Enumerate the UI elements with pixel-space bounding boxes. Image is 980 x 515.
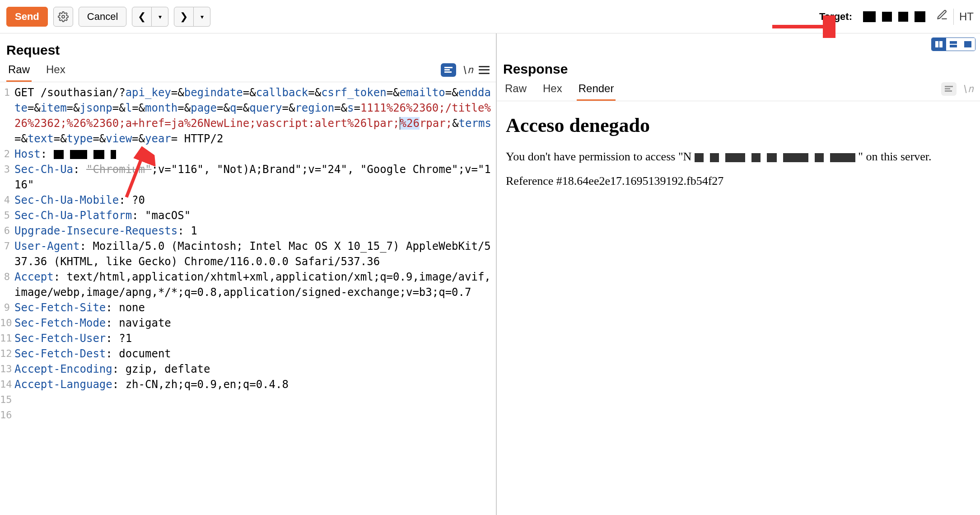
- layout-single-icon[interactable]: [961, 38, 975, 51]
- line-number: 9: [0, 300, 14, 315]
- tab-response-hex[interactable]: Hex: [541, 80, 564, 101]
- svg-rect-2: [444, 67, 453, 68]
- request-line-3[interactable]: Sec-Ch-Ua: "Chromium";v="116", "Not)A;Br…: [14, 162, 496, 192]
- gear-icon: [58, 11, 69, 22]
- tab-response-raw[interactable]: Raw: [503, 80, 528, 101]
- response-url-redacted: [695, 153, 855, 162]
- line-number: 1: [0, 85, 14, 146]
- show-newlines-toggle[interactable]: \n: [462, 64, 474, 75]
- line-number: 15: [0, 392, 14, 407]
- line-number: 7: [0, 239, 14, 269]
- protocol-label: HT: [959, 10, 974, 23]
- history-forward-button[interactable]: ❯: [174, 7, 194, 27]
- request-pane: Request Raw Hex \n 1 GET /southasian/?ap…: [0, 33, 497, 515]
- target-host-redacted: [863, 11, 925, 22]
- request-line-8[interactable]: Accept: text/html,application/xhtml+xml,…: [14, 269, 496, 300]
- request-line-14[interactable]: Accept-Language: zh-CN,zh;q=0.9,en;q=0.4…: [14, 377, 496, 392]
- chevron-left-icon: ❮: [138, 11, 146, 23]
- request-line-10[interactable]: Sec-Fetch-Mode: navigate: [14, 315, 496, 331]
- lines-icon: [945, 86, 953, 92]
- line-number: 5: [0, 208, 14, 223]
- pretty-print-button[interactable]: [941, 82, 957, 96]
- pretty-print-button[interactable]: [441, 63, 456, 77]
- history-forward-group: ❯ ▾: [174, 7, 210, 27]
- request-line-9[interactable]: Sec-Fetch-Site: none: [14, 300, 496, 315]
- tab-request-hex[interactable]: Hex: [44, 61, 67, 82]
- edit-target-button[interactable]: [936, 9, 948, 24]
- svg-rect-3: [444, 69, 450, 70]
- show-newlines-toggle[interactable]: \n: [962, 83, 974, 94]
- svg-rect-9: [950, 45, 957, 47]
- line-number: 8: [0, 269, 14, 300]
- response-tabs: Raw Hex Render \n: [497, 80, 980, 101]
- lines-icon: [444, 67, 453, 73]
- request-title: Request: [6, 42, 60, 58]
- layout-split-vertical-icon[interactable]: [932, 38, 946, 51]
- request-line-5[interactable]: Sec-Ch-Ua-Platform: "macOS": [14, 208, 496, 223]
- caret-down-icon: ▾: [159, 13, 162, 20]
- svg-rect-8: [950, 41, 957, 44]
- line-number: 3: [0, 162, 14, 192]
- request-line-7[interactable]: User-Agent: Mozilla/5.0 (Macintosh; Inte…: [14, 239, 496, 269]
- svg-rect-7: [939, 41, 943, 47]
- line-number: 16: [0, 407, 14, 423]
- svg-rect-13: [945, 90, 952, 92]
- request-line-13[interactable]: Accept-Encoding: gzip, deflate: [14, 361, 496, 377]
- request-menu-button[interactable]: [479, 66, 490, 74]
- request-line-4[interactable]: Sec-Ch-Ua-Mobile: ?0: [14, 192, 496, 208]
- svg-rect-10: [964, 41, 971, 47]
- history-back-dropdown[interactable]: ▾: [152, 7, 168, 27]
- line-number: 10: [0, 315, 14, 331]
- tab-request-raw[interactable]: Raw: [6, 61, 32, 82]
- response-reference: Reference #18.64ee2e17.1695139192.fb54f2…: [506, 173, 971, 189]
- request-tabs: Raw Hex \n: [0, 61, 496, 82]
- layout-toggle[interactable]: [931, 37, 975, 51]
- history-forward-dropdown[interactable]: ▾: [194, 7, 210, 27]
- send-button[interactable]: Send: [6, 7, 48, 27]
- layout-split-horizontal-icon[interactable]: [946, 38, 961, 51]
- line-number: 13: [0, 361, 14, 377]
- history-back-button[interactable]: ❮: [132, 7, 152, 27]
- response-pane: Response Raw Hex Render \n Acceso denega…: [497, 33, 980, 515]
- line-number: 4: [0, 192, 14, 208]
- response-render-viewport[interactable]: Acceso denegado You don't have permissio…: [497, 101, 980, 206]
- main-split: Request Raw Hex \n 1 GET /southasian/?ap…: [0, 33, 980, 515]
- svg-rect-11: [945, 86, 953, 87]
- history-back-group: ❮ ▾: [132, 7, 168, 27]
- request-line-11[interactable]: Sec-Fetch-User: ?1: [14, 331, 496, 346]
- response-heading: Acceso denegado: [506, 114, 971, 137]
- response-body-text: You don't have permission to access "N "…: [506, 149, 971, 165]
- chevron-right-icon: ❯: [180, 11, 188, 23]
- line-number: 11: [0, 331, 14, 346]
- svg-rect-12: [945, 88, 950, 89]
- svg-rect-6: [935, 41, 938, 47]
- request-line-6[interactable]: Upgrade-Insecure-Requests: 1: [14, 223, 496, 239]
- cancel-button[interactable]: Cancel: [79, 7, 126, 27]
- line-number: 12: [0, 346, 14, 361]
- request-line-1[interactable]: GET /southasian/?api_key=&begindate=&cal…: [14, 85, 496, 146]
- request-line-12[interactable]: Sec-Fetch-Dest: document: [14, 346, 496, 361]
- settings-gear-button[interactable]: [53, 7, 73, 27]
- svg-point-1: [62, 15, 65, 18]
- tab-response-render[interactable]: Render: [577, 80, 616, 101]
- line-number: 2: [0, 146, 14, 162]
- request-editor[interactable]: 1 GET /southasian/?api_key=&begindate=&c…: [0, 82, 496, 515]
- annotation-arrow-top: [768, 15, 835, 38]
- request-line-host[interactable]: Host:: [14, 146, 496, 162]
- pencil-icon: [936, 9, 948, 21]
- line-number: 6: [0, 223, 14, 239]
- caret-down-icon: ▾: [201, 13, 204, 20]
- svg-rect-4: [444, 71, 452, 73]
- response-title: Response: [503, 61, 568, 77]
- line-number: 14: [0, 377, 14, 392]
